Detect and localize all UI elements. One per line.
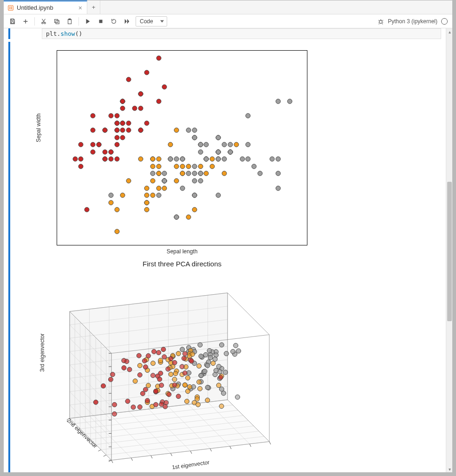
data-point <box>159 383 164 388</box>
data-point <box>180 171 185 176</box>
data-point <box>174 214 179 219</box>
data-point <box>114 229 119 234</box>
data-point <box>202 369 207 374</box>
data-point <box>91 113 96 119</box>
data-point <box>162 185 167 191</box>
data-point <box>131 405 136 410</box>
insert-cell-button[interactable] <box>20 16 32 27</box>
notebook-icon <box>7 5 14 11</box>
data-point <box>199 354 203 358</box>
data-point <box>236 349 241 353</box>
scroll-thumb[interactable] <box>447 182 452 321</box>
data-point <box>112 412 117 416</box>
file-tab[interactable]: Untitled.ipynb × <box>4 0 87 14</box>
cell-type-select[interactable]: Code <box>136 16 167 26</box>
data-point <box>78 157 84 162</box>
scrollbar[interactable]: ▴ ▾ <box>446 28 452 472</box>
data-point <box>120 106 125 111</box>
data-point <box>114 113 119 119</box>
data-point <box>210 157 215 162</box>
data-point <box>172 377 177 382</box>
data-point <box>199 373 203 378</box>
data-point <box>120 120 125 126</box>
data-point <box>114 207 119 212</box>
notebook-area: plt.show() Sepal width Sepal length Firs… <box>4 28 452 472</box>
data-point <box>174 128 179 133</box>
data-point <box>189 359 194 364</box>
data-point <box>120 135 125 140</box>
toolbar: Code Python 3 (ipykernel) <box>4 14 452 28</box>
tab-bar: Untitled.ipynb × + <box>4 0 452 14</box>
interrupt-button[interactable] <box>95 16 107 27</box>
scroll-down-icon[interactable]: ▾ <box>446 466 452 472</box>
data-point <box>186 164 191 169</box>
data-point <box>246 157 251 162</box>
data-point <box>234 343 238 348</box>
svg-point-14 <box>379 20 382 23</box>
data-point <box>216 193 221 198</box>
scroll-up-icon[interactable]: ▴ <box>446 28 452 35</box>
scatter3d-chart: 3rd eigenvector 2nd eigenvector 1st eige… <box>42 270 302 472</box>
data-point <box>143 364 148 369</box>
data-point <box>246 113 251 119</box>
svg-point-4 <box>11 8 12 9</box>
data-point <box>161 347 166 352</box>
data-point <box>182 383 187 387</box>
run-button[interactable] <box>82 16 94 27</box>
data-point <box>172 360 177 365</box>
data-point <box>157 377 162 382</box>
code-function: show <box>60 30 75 37</box>
data-point <box>182 351 187 356</box>
data-point <box>196 402 201 407</box>
data-point <box>168 142 173 147</box>
code-input[interactable]: plt.show() <box>42 28 441 39</box>
close-icon[interactable]: × <box>78 5 82 11</box>
data-point <box>216 157 221 162</box>
data-point <box>78 142 84 147</box>
kernel-status-icon[interactable] <box>441 18 448 25</box>
svg-rect-9 <box>55 19 58 22</box>
data-point <box>198 386 202 391</box>
restart-run-all-button[interactable] <box>121 16 133 27</box>
data-point <box>144 193 149 198</box>
data-point <box>146 353 150 358</box>
cut-button[interactable] <box>38 16 50 27</box>
add-tab-button[interactable]: + <box>87 0 100 14</box>
data-point <box>144 200 149 205</box>
data-point <box>78 164 84 169</box>
data-point <box>180 185 185 191</box>
data-point <box>144 207 149 212</box>
debugger-icon[interactable] <box>375 16 387 27</box>
chart3d-svg <box>42 270 302 472</box>
paste-button[interactable] <box>64 16 76 27</box>
data-point <box>137 373 142 377</box>
data-point <box>138 106 143 111</box>
data-point <box>192 207 197 212</box>
restart-button[interactable] <box>108 16 120 27</box>
svg-rect-10 <box>56 20 59 24</box>
data-point <box>228 149 233 154</box>
data-point <box>210 164 215 169</box>
data-point <box>97 142 102 147</box>
data-point <box>192 135 197 140</box>
data-point <box>152 349 156 354</box>
data-point <box>275 99 280 104</box>
code-cell[interactable]: plt.show() <box>8 28 441 39</box>
data-point <box>172 383 177 387</box>
data-point <box>203 352 208 357</box>
data-point <box>144 185 149 191</box>
data-point <box>246 142 251 147</box>
data-point <box>222 171 227 176</box>
chart-ylabel: Sepal width <box>35 113 42 142</box>
data-point <box>192 193 197 198</box>
data-point <box>156 350 161 355</box>
data-point <box>168 157 173 162</box>
data-point <box>150 157 155 162</box>
data-point <box>137 353 141 358</box>
data-point <box>204 171 209 176</box>
save-button[interactable] <box>7 16 19 27</box>
copy-button[interactable] <box>51 16 63 27</box>
kernel-name[interactable]: Python 3 (ipykernel) <box>388 18 437 25</box>
data-point <box>156 99 161 104</box>
data-point <box>176 394 181 399</box>
